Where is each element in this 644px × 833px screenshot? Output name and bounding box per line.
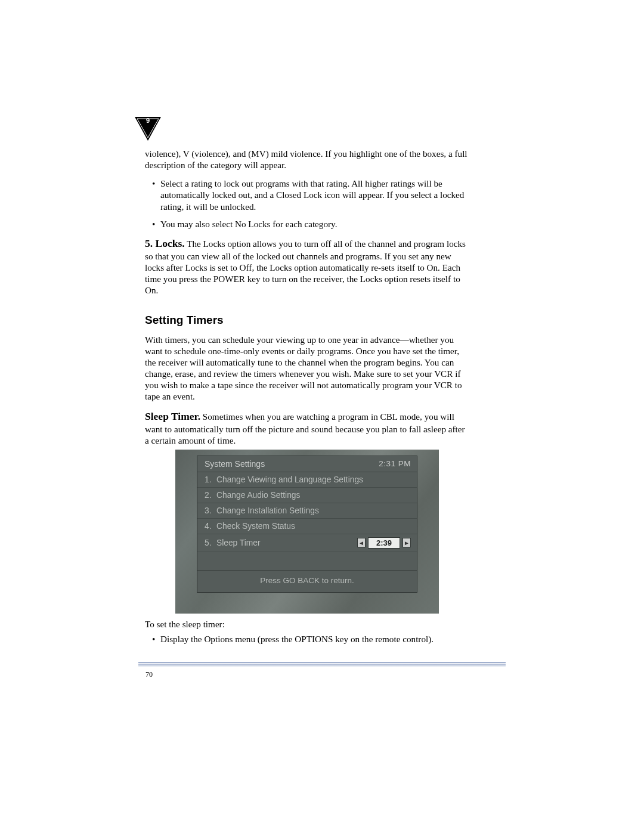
page-content: violence), V (violence), and (MV) mild v… [145,148,469,652]
chapter-marker: 9 [134,114,162,143]
footer-rule [138,662,506,662]
intro-continued: violence), V (violence), and (MV) mild v… [145,148,469,171]
setting-timers-heading: Setting Timers [145,314,469,327]
osd-row-num: 2. [205,491,216,500]
osd-footer: Press GO BACK to return. [197,570,417,592]
osd-row-5[interactable]: 5. Sleep Timer ◄ 2:39 ► [197,534,417,552]
osd-row-label: Sleep Timer [216,538,357,547]
sleep-timer-label: Sleep Timer. [145,410,200,422]
osd-row-3[interactable]: 3. Change Installation Settings [197,503,417,519]
sleep-timer-paragraph: Sleep Timer. Sometimes when you are watc… [145,410,469,446]
locks-text: The Locks option allows you to turn off … [145,239,466,295]
osd-title-row: System Settings 2:31 PM [197,456,417,472]
osd-row-label: Check System Status [216,522,411,531]
top-bullet-list: Select a rating to lock out programs wit… [145,178,469,230]
osd-row-label: Change Audio Settings [216,491,411,500]
sleep-timer-value: 2:39 [368,537,400,549]
osd-row-num: 5. [205,538,216,547]
document-page: 9 violence), V (violence), and (MV) mild… [0,0,644,833]
arrow-left-icon[interactable]: ◄ [357,538,366,547]
osd-background: System Settings 2:31 PM 1. Change Viewin… [175,450,439,614]
list-item: You may also select No Locks for each ca… [160,218,469,230]
osd-row-label: Change Installation Settings [216,506,411,515]
list-item: Select a rating to lock out programs wit… [160,178,469,212]
list-item: Display the Options menu (press the OPTI… [160,633,469,645]
osd-row-num: 4. [205,522,216,531]
osd-clock: 2:31 PM [379,459,411,468]
page-number: 70 [145,670,153,679]
osd-row-num: 3. [205,506,216,515]
sleep-timer-value-wrap: ◄ 2:39 ► [357,537,411,549]
osd-screenshot: System Settings 2:31 PM 1. Change Viewin… [175,450,439,614]
locks-label: 5. Locks. [145,237,185,249]
timers-paragraph: With timers, you can schedule your viewi… [145,334,469,402]
chapter-number: 9 [134,117,162,124]
locks-paragraph: 5. Locks. The Locks option allows you to… [145,237,469,296]
system-settings-panel: System Settings 2:31 PM 1. Change Viewin… [197,456,417,593]
set-sleep-intro: To set the sleep timer: [145,618,469,630]
osd-row-4[interactable]: 4. Check System Status [197,519,417,534]
osd-row-2[interactable]: 2. Change Audio Settings [197,488,417,503]
bottom-bullet-list: Display the Options menu (press the OPTI… [145,633,469,645]
osd-row-1[interactable]: 1. Change Viewing and Language Settings [197,472,417,488]
osd-gap [197,552,417,570]
arrow-right-icon[interactable]: ► [402,538,411,547]
osd-row-label: Change Viewing and Language Settings [216,475,411,484]
osd-title: System Settings [205,459,265,469]
osd-row-num: 1. [205,475,216,484]
